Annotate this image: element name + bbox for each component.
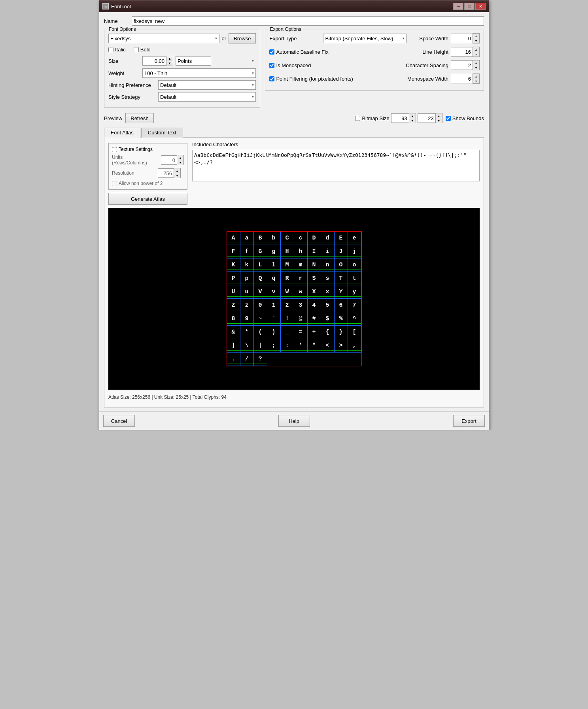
monospaced-row: Is Monospaced Character Spacing ▲ ▼ [269,60,480,70]
units-btns: ▲ ▼ [177,155,184,165]
bitmap-height-up[interactable]: ▲ [436,113,442,118]
font-select[interactable]: Fixedsys [108,34,219,43]
weight-select[interactable]: 100 - Thin 200 - ExtraLight 400 - Normal… [142,68,256,78]
line-height-up[interactable]: ▲ [473,47,479,52]
char-spacing-input[interactable] [451,60,473,70]
export-options-panel: Export Options Export Type Bitmap (Separ… [265,30,484,107]
hinting-row: Hinting Preference Default None Full [108,80,256,90]
grid-cell: U [227,285,240,299]
monospaced-label: Is Monospaced [276,62,311,68]
size-input[interactable] [142,56,166,66]
char-spacing-down[interactable]: ▼ [473,65,479,70]
grid-cell: + [308,326,321,339]
bottom-bar: Cancel Help Export [99,411,489,430]
grid-cell: 6 [335,299,348,312]
style-select[interactable]: Default Prefer Antialias No Antialias [158,92,256,102]
grid-cell: g [267,245,281,258]
show-bounds-item: Show Bounds [446,115,484,121]
texture-panel: Texture Settings Units (Rows/Columns) ▲ … [108,141,187,205]
monospace-width-down[interactable]: ▼ [473,79,479,83]
grid-cell: 7 [348,299,361,312]
export-button[interactable]: Export [453,415,485,427]
grid-cell: d [321,232,335,245]
point-filtering-checkbox[interactable] [269,76,274,81]
grid-cell: & [227,326,240,339]
close-button[interactable]: ✕ [475,3,486,10]
cancel-button[interactable]: Cancel [103,415,135,427]
grid-cell: 2 [281,299,294,312]
grid-cell: : [281,339,294,353]
atlas-grid-wrapper: AaBbCcDdEeFfGgHhIiJjKkLlMmNnOoPpQqRrSsTt… [227,231,362,366]
space-width-up[interactable]: ▲ [473,34,479,38]
grid-cell: 4 [308,299,321,312]
bitmap-size-checkbox[interactable] [355,116,360,121]
char-spacing-label: Character Spacing [401,62,448,68]
size-spinbox-btns: ▲ ▼ [166,56,173,66]
italic-checkbox[interactable] [108,47,113,52]
name-row: Name [104,16,484,26]
grid-cell: 1 [267,299,281,312]
monospace-width-up[interactable]: ▲ [473,74,479,79]
font-select-row: Fixedsys or Browse [108,33,256,43]
char-spacing-up[interactable]: ▲ [473,60,479,65]
export-type-select[interactable]: Bitmap (Separate Files, Slow) Single Bit… [323,34,406,43]
allow-non-power-checkbox[interactable] [112,181,117,186]
grid-cell: w [294,285,308,299]
name-input[interactable] [132,16,484,26]
auto-baseline-label: Automatic Baseline Fix [276,49,328,55]
resolution-up[interactable]: ▲ [174,168,180,173]
auto-baseline-checkbox[interactable] [269,49,274,55]
style-wrapper: Default Prefer Antialias No Antialias [158,92,256,102]
tab-font-atlas[interactable]: Font Atlas [104,128,140,138]
generate-atlas-button[interactable]: Generate Atlas [108,193,187,205]
refresh-button[interactable]: Refresh [125,113,154,123]
units-up[interactable]: ▲ [177,155,183,160]
grid-cell: y [348,285,361,299]
grid-cell: B [254,232,267,245]
help-button[interactable]: Help [278,415,310,427]
name-label: Name [104,18,128,24]
bold-checkbox[interactable] [134,47,139,52]
resolution-input[interactable] [158,168,174,178]
monospaced-item: Is Monospaced [269,62,311,68]
bitmap-width-input[interactable] [391,113,409,123]
two-panel: Font Options Fixedsys or Browse [104,30,484,107]
grid-cell: N [308,258,321,272]
bitmap-width-up[interactable]: ▲ [409,113,416,118]
bitmap-height-input[interactable] [418,113,435,123]
bitmap-height-down[interactable]: ▼ [436,118,442,123]
title-bar-controls: ─ □ ✕ [453,3,486,10]
grid-cell: Y [335,285,348,299]
units-input[interactable] [161,155,177,165]
line-height-down[interactable]: ▼ [473,52,479,57]
monospaced-checkbox[interactable] [269,63,274,68]
units-down[interactable]: ▼ [177,160,183,165]
bitmap-height-spinbox: ▲ ▼ [418,113,442,123]
grid-cell: 9 [240,312,254,326]
bitmap-width-down[interactable]: ▼ [409,118,416,123]
point-filtering-label: Point Filtering (for pixelated fonts) [276,76,353,82]
preview-bar: Preview Refresh Bitmap Size ▲ ▼ [104,111,484,125]
space-width-input[interactable] [451,34,473,43]
maximize-button[interactable]: □ [464,3,475,10]
included-chars-textarea[interactable]: AaBbCcDdEeFfGgHhIiJjKkLlMmNnOoPpQqRrSsTt… [192,150,480,181]
grid-cell: m [294,258,308,272]
size-up-button[interactable]: ▲ [166,56,173,61]
grid-cell: J [335,245,348,258]
space-width-down[interactable]: ▼ [473,38,479,43]
show-bounds-checkbox[interactable] [446,116,451,121]
monospace-width-input[interactable] [451,74,473,83]
grid-cell: n [321,258,335,272]
browse-button[interactable]: Browse [229,33,256,43]
grid-cell: ] [227,339,240,353]
size-down-button[interactable]: ▼ [166,61,173,66]
resolution-down[interactable]: ▼ [174,173,180,178]
texture-settings-checkbox[interactable] [112,147,117,152]
size-unit-select[interactable]: Points Pixels [176,56,211,66]
tab-custom-text[interactable]: Custom Text [141,128,183,138]
grid-cell: | [254,339,267,353]
minimize-button[interactable]: ─ [453,3,463,10]
line-height-input[interactable] [451,47,473,57]
grid-cell: G [254,245,267,258]
hinting-select[interactable]: Default None Full [158,80,256,90]
